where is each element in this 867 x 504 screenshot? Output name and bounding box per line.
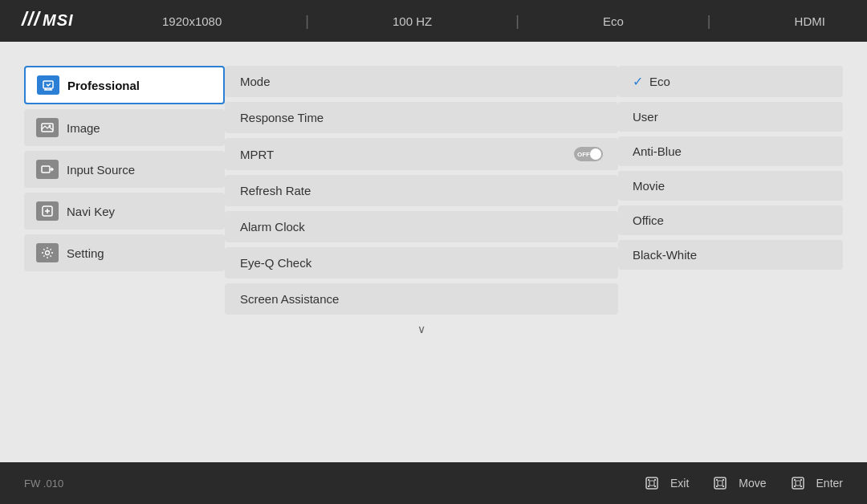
office-label: Office xyxy=(633,213,664,227)
svg-rect-2 xyxy=(43,81,53,88)
mode-label: Mode xyxy=(240,75,271,88)
eye-q-check-label: Eye-Q Check xyxy=(240,256,311,270)
svg-text:///: /// xyxy=(21,8,41,30)
svg-rect-23 xyxy=(794,486,796,487)
sidebar-item-image[interactable]: Image xyxy=(24,109,225,146)
anti-blue-label: Anti-Blue xyxy=(633,144,682,158)
sidebar-item-setting[interactable]: Setting xyxy=(24,234,225,271)
menu-item-alarm-clock[interactable]: Alarm Clock xyxy=(225,211,618,242)
sep1: | xyxy=(305,13,309,30)
exit-icon xyxy=(645,474,664,493)
sidebar: Professional Image Input Source Navi Key xyxy=(24,58,225,446)
monitor-frame: /// MSI 1920x1080 | 100 HZ | Eco | HDMI … xyxy=(0,0,867,504)
sidebar-label-navi-key: Navi Key xyxy=(67,205,115,218)
check-icon: ✓ xyxy=(633,74,643,89)
svg-point-7 xyxy=(46,251,50,255)
svg-rect-22 xyxy=(794,479,796,481)
bottom-bar: FW .010 Exit xyxy=(0,462,867,504)
response-time-label: Response Time xyxy=(240,111,324,124)
sidebar-item-navi-key[interactable]: Navi Key xyxy=(24,193,225,230)
exit-label: Exit xyxy=(670,477,689,490)
eco-label: Eco xyxy=(649,75,670,88)
sep2: | xyxy=(515,13,519,30)
right-item-office[interactable]: Office xyxy=(618,205,843,235)
mprt-label: MPRT xyxy=(240,148,274,161)
input-source-icon xyxy=(36,160,59,179)
header-info: 1920x1080 | 100 HZ | Eco | HDMI xyxy=(104,13,867,30)
toggle-off-label: OFF xyxy=(577,151,590,158)
svg-rect-21 xyxy=(796,481,800,486)
header-bar: /// MSI 1920x1080 | 100 HZ | Eco | HDMI xyxy=(0,0,867,42)
sidebar-label-input-source: Input Source xyxy=(67,163,135,177)
firmware-label: FW .010 xyxy=(24,478,63,490)
chevron-down-icon[interactable]: ∨ xyxy=(225,319,618,339)
right-menu: ✓ Eco User Anti-Blue Movie Office Black-… xyxy=(618,58,843,446)
right-item-user[interactable]: User xyxy=(618,102,843,132)
refresh-label: 100 HZ xyxy=(393,14,432,28)
sep3: | xyxy=(707,13,711,30)
sidebar-item-professional[interactable]: Professional xyxy=(24,66,225,104)
svg-rect-18 xyxy=(722,479,724,481)
sidebar-item-input-source[interactable]: Input Source xyxy=(24,151,225,188)
menu-item-eye-q-check[interactable]: Eye-Q Check xyxy=(225,247,618,278)
svg-text:MSI: MSI xyxy=(43,11,74,29)
right-item-anti-blue[interactable]: Anti-Blue xyxy=(618,136,843,166)
sidebar-label-professional: Professional xyxy=(67,79,140,92)
enter-label: Enter xyxy=(816,477,843,490)
logo-area: /// MSI xyxy=(0,0,104,42)
svg-point-4 xyxy=(49,125,51,128)
menu-item-refresh-rate[interactable]: Refresh Rate xyxy=(225,175,618,206)
input-label: HDMI xyxy=(795,14,825,28)
svg-rect-16 xyxy=(716,479,718,481)
mprt-toggle[interactable]: OFF xyxy=(574,147,603,161)
move-label: Move xyxy=(739,477,766,490)
menu-item-mprt[interactable]: MPRT OFF xyxy=(225,138,618,170)
msi-logo: /// MSI xyxy=(20,6,84,35)
movie-label: Movie xyxy=(633,179,665,193)
svg-rect-5 xyxy=(42,166,50,173)
enter-icon xyxy=(791,474,810,493)
menu-item-response-time[interactable]: Response Time xyxy=(225,102,618,133)
svg-rect-25 xyxy=(800,486,802,487)
svg-rect-12 xyxy=(654,479,656,481)
svg-rect-11 xyxy=(648,486,649,487)
sidebar-label-image: Image xyxy=(67,121,100,135)
black-white-label: Black-White xyxy=(633,248,697,262)
right-item-movie[interactable]: Movie xyxy=(618,171,843,201)
svg-rect-10 xyxy=(648,479,649,481)
right-item-black-white[interactable]: Black-White xyxy=(618,240,843,270)
sidebar-label-setting: Setting xyxy=(67,246,104,260)
menu-item-mode[interactable]: Mode xyxy=(225,66,618,97)
toggle-knob xyxy=(590,148,601,160)
svg-rect-13 xyxy=(654,486,656,487)
move-icon xyxy=(713,474,732,493)
alarm-clock-label: Alarm Clock xyxy=(240,220,305,234)
resolution-label: 1920x1080 xyxy=(162,14,222,28)
middle-menu: Mode Response Time MPRT OFF Refresh Rate… xyxy=(225,58,618,446)
user-label: User xyxy=(633,110,658,124)
svg-rect-19 xyxy=(722,486,724,487)
image-icon xyxy=(36,118,59,137)
right-item-eco[interactable]: ✓ Eco xyxy=(618,66,843,97)
professional-icon xyxy=(37,75,59,95)
navi-key-icon xyxy=(36,201,59,221)
menu-item-screen-assistance[interactable]: Screen Assistance xyxy=(225,283,618,315)
enter-button[interactable]: Enter xyxy=(791,474,843,493)
exit-button[interactable]: Exit xyxy=(645,474,689,493)
setting-icon xyxy=(36,243,59,262)
refresh-rate-label: Refresh Rate xyxy=(240,184,311,197)
svg-rect-24 xyxy=(800,479,802,481)
bottom-controls: Exit Move xyxy=(645,474,843,493)
svg-rect-9 xyxy=(649,481,654,486)
main-content: Professional Image Input Source Navi Key xyxy=(0,42,867,462)
mode-label: Eco xyxy=(603,14,624,28)
screen-assistance-label: Screen Assistance xyxy=(240,292,339,306)
svg-rect-15 xyxy=(718,481,722,486)
svg-rect-17 xyxy=(716,486,718,487)
move-button[interactable]: Move xyxy=(713,474,766,493)
